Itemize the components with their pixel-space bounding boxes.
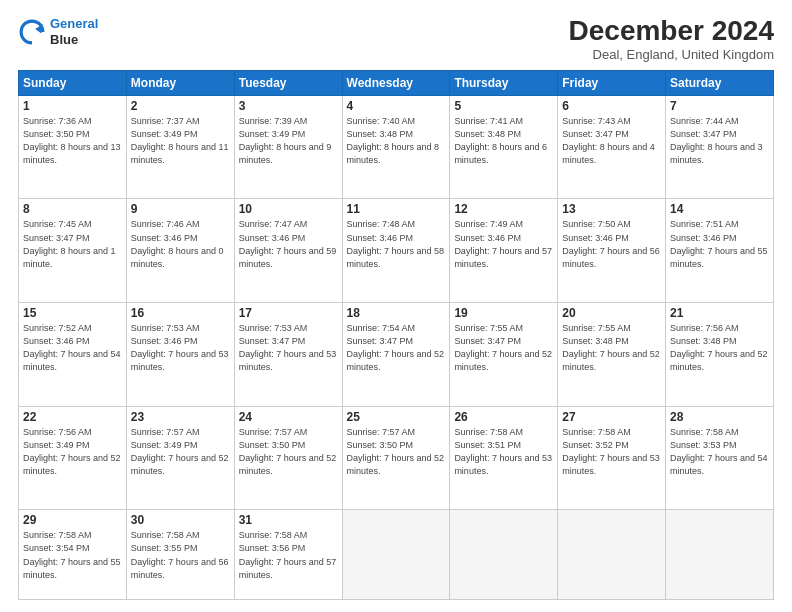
day-info: Sunrise: 7:51 AM Sunset: 3:46 PM Dayligh… [670, 218, 769, 270]
sunrise-label: Sunrise: 7:56 AM [23, 427, 92, 437]
sunrise-label: Sunrise: 7:58 AM [23, 530, 92, 540]
table-row: 13 Sunrise: 7:50 AM Sunset: 3:46 PM Dayl… [558, 199, 666, 303]
day-number: 31 [239, 513, 338, 527]
table-row: 3 Sunrise: 7:39 AM Sunset: 3:49 PM Dayli… [234, 95, 342, 199]
calendar-week-row: 22 Sunrise: 7:56 AM Sunset: 3:49 PM Dayl… [19, 406, 774, 510]
daylight-label: Daylight: 7 hours and 52 minutes. [347, 453, 445, 476]
day-number: 28 [670, 410, 769, 424]
daylight-label: Daylight: 8 hours and 9 minutes. [239, 142, 332, 165]
day-number: 21 [670, 306, 769, 320]
day-number: 12 [454, 202, 553, 216]
sunrise-label: Sunrise: 7:58 AM [562, 427, 631, 437]
logo-text: General Blue [50, 16, 98, 47]
sunrise-label: Sunrise: 7:40 AM [347, 116, 416, 126]
day-info: Sunrise: 7:56 AM Sunset: 3:48 PM Dayligh… [670, 322, 769, 374]
sunrise-label: Sunrise: 7:53 AM [131, 323, 200, 333]
sunrise-label: Sunrise: 7:44 AM [670, 116, 739, 126]
daylight-label: Daylight: 7 hours and 52 minutes. [454, 349, 552, 372]
day-info: Sunrise: 7:49 AM Sunset: 3:46 PM Dayligh… [454, 218, 553, 270]
daylight-label: Daylight: 8 hours and 1 minute. [23, 246, 116, 269]
logo: General Blue [18, 16, 98, 47]
sunset-label: Sunset: 3:55 PM [131, 543, 198, 553]
day-info: Sunrise: 7:54 AM Sunset: 3:47 PM Dayligh… [347, 322, 446, 374]
sunset-label: Sunset: 3:54 PM [23, 543, 90, 553]
day-number: 20 [562, 306, 661, 320]
day-number: 22 [23, 410, 122, 424]
table-row [558, 510, 666, 600]
day-info: Sunrise: 7:41 AM Sunset: 3:48 PM Dayligh… [454, 115, 553, 167]
calendar-table: Sunday Monday Tuesday Wednesday Thursday… [18, 70, 774, 600]
day-number: 29 [23, 513, 122, 527]
sunset-label: Sunset: 3:46 PM [454, 233, 521, 243]
header: General Blue December 2024 Deal, England… [18, 16, 774, 62]
daylight-label: Daylight: 7 hours and 52 minutes. [23, 453, 121, 476]
calendar-week-row: 15 Sunrise: 7:52 AM Sunset: 3:46 PM Dayl… [19, 303, 774, 407]
sunset-label: Sunset: 3:48 PM [454, 129, 521, 139]
table-row: 19 Sunrise: 7:55 AM Sunset: 3:47 PM Dayl… [450, 303, 558, 407]
daylight-label: Daylight: 7 hours and 56 minutes. [131, 557, 229, 580]
sunrise-label: Sunrise: 7:45 AM [23, 219, 92, 229]
day-number: 13 [562, 202, 661, 216]
sunrise-label: Sunrise: 7:52 AM [23, 323, 92, 333]
sunrise-label: Sunrise: 7:57 AM [239, 427, 308, 437]
daylight-label: Daylight: 7 hours and 55 minutes. [670, 246, 768, 269]
daylight-label: Daylight: 7 hours and 53 minutes. [239, 349, 337, 372]
sunrise-label: Sunrise: 7:47 AM [239, 219, 308, 229]
table-row: 24 Sunrise: 7:57 AM Sunset: 3:50 PM Dayl… [234, 406, 342, 510]
col-tuesday: Tuesday [234, 70, 342, 95]
col-wednesday: Wednesday [342, 70, 450, 95]
sunset-label: Sunset: 3:47 PM [347, 336, 414, 346]
day-info: Sunrise: 7:36 AM Sunset: 3:50 PM Dayligh… [23, 115, 122, 167]
sunset-label: Sunset: 3:46 PM [131, 233, 198, 243]
day-number: 15 [23, 306, 122, 320]
day-number: 3 [239, 99, 338, 113]
daylight-label: Daylight: 7 hours and 53 minutes. [562, 453, 660, 476]
sunset-label: Sunset: 3:46 PM [23, 336, 90, 346]
daylight-label: Daylight: 8 hours and 0 minutes. [131, 246, 224, 269]
month-title: December 2024 [569, 16, 774, 47]
day-info: Sunrise: 7:45 AM Sunset: 3:47 PM Dayligh… [23, 218, 122, 270]
day-info: Sunrise: 7:40 AM Sunset: 3:48 PM Dayligh… [347, 115, 446, 167]
day-info: Sunrise: 7:53 AM Sunset: 3:47 PM Dayligh… [239, 322, 338, 374]
calendar-week-row: 1 Sunrise: 7:36 AM Sunset: 3:50 PM Dayli… [19, 95, 774, 199]
day-number: 11 [347, 202, 446, 216]
daylight-label: Daylight: 8 hours and 4 minutes. [562, 142, 655, 165]
sunset-label: Sunset: 3:46 PM [562, 233, 629, 243]
col-sunday: Sunday [19, 70, 127, 95]
daylight-label: Daylight: 7 hours and 52 minutes. [670, 349, 768, 372]
col-saturday: Saturday [666, 70, 774, 95]
sunset-label: Sunset: 3:49 PM [239, 129, 306, 139]
day-number: 6 [562, 99, 661, 113]
day-info: Sunrise: 7:58 AM Sunset: 3:56 PM Dayligh… [239, 529, 338, 581]
day-number: 14 [670, 202, 769, 216]
day-number: 5 [454, 99, 553, 113]
daylight-label: Daylight: 7 hours and 54 minutes. [23, 349, 121, 372]
table-row: 23 Sunrise: 7:57 AM Sunset: 3:49 PM Dayl… [126, 406, 234, 510]
sunset-label: Sunset: 3:46 PM [347, 233, 414, 243]
sunrise-label: Sunrise: 7:51 AM [670, 219, 739, 229]
day-info: Sunrise: 7:58 AM Sunset: 3:51 PM Dayligh… [454, 426, 553, 478]
sunrise-label: Sunrise: 7:53 AM [239, 323, 308, 333]
day-number: 23 [131, 410, 230, 424]
day-number: 1 [23, 99, 122, 113]
sunrise-label: Sunrise: 7:36 AM [23, 116, 92, 126]
daylight-label: Daylight: 8 hours and 11 minutes. [131, 142, 229, 165]
table-row: 15 Sunrise: 7:52 AM Sunset: 3:46 PM Dayl… [19, 303, 127, 407]
table-row: 27 Sunrise: 7:58 AM Sunset: 3:52 PM Dayl… [558, 406, 666, 510]
daylight-label: Daylight: 7 hours and 57 minutes. [454, 246, 552, 269]
sunrise-label: Sunrise: 7:54 AM [347, 323, 416, 333]
daylight-label: Daylight: 7 hours and 58 minutes. [347, 246, 445, 269]
sunset-label: Sunset: 3:50 PM [347, 440, 414, 450]
table-row: 30 Sunrise: 7:58 AM Sunset: 3:55 PM Dayl… [126, 510, 234, 600]
day-number: 7 [670, 99, 769, 113]
day-info: Sunrise: 7:46 AM Sunset: 3:46 PM Dayligh… [131, 218, 230, 270]
daylight-label: Daylight: 7 hours and 53 minutes. [131, 349, 229, 372]
table-row: 16 Sunrise: 7:53 AM Sunset: 3:46 PM Dayl… [126, 303, 234, 407]
daylight-label: Daylight: 7 hours and 52 minutes. [131, 453, 229, 476]
sunset-label: Sunset: 3:47 PM [670, 129, 737, 139]
sunset-label: Sunset: 3:46 PM [670, 233, 737, 243]
day-number: 9 [131, 202, 230, 216]
daylight-label: Daylight: 8 hours and 3 minutes. [670, 142, 763, 165]
table-row: 21 Sunrise: 7:56 AM Sunset: 3:48 PM Dayl… [666, 303, 774, 407]
day-number: 26 [454, 410, 553, 424]
